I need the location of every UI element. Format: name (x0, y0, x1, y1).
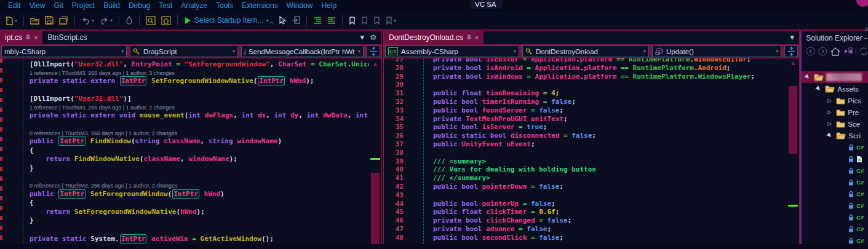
type-dropdown[interactable]: DragScript ▾ (130, 45, 238, 57)
attach-process-button[interactable] (290, 15, 301, 26)
split-window-button[interactable] (367, 45, 380, 57)
code-line[interactable]: 28private bool isAndroid = Application.p… (384, 64, 787, 73)
toggle-bookmark-button[interactable] (348, 15, 357, 26)
menu-debug[interactable]: Debug (124, 1, 154, 10)
code-line[interactable] (0, 226, 369, 235)
code-line[interactable]: 31public float timeRemaining = 4; (384, 89, 787, 98)
menu-extensions[interactable]: Extensions (237, 1, 282, 10)
project-dropdown[interactable]: mbly-CSharp ▾ (1, 45, 127, 57)
selection-tool-button[interactable] (277, 15, 287, 26)
code-line[interactable]: 38 (384, 149, 787, 157)
code-line[interactable]: return SetForegroundWindowNative(hWnd); (0, 208, 369, 217)
account-avatar[interactable] (856, 0, 868, 7)
expander-collapsed-icon[interactable]: ▷ (827, 98, 834, 103)
code-editor-right[interactable]: 27private bool isEditor = Application.pl… (384, 58, 799, 244)
code-line[interactable]: 47private bool advance = false; (384, 225, 787, 234)
codelens-info[interactable]: 1 reference | T0uchM3, 266 days ago | 1 … (0, 104, 369, 112)
pin-icon[interactable] (25, 34, 31, 41)
switch-views-icon[interactable] (843, 47, 853, 56)
tree-item-file[interactable]: C# (802, 165, 868, 176)
tree-item-file[interactable]: C# (802, 141, 868, 153)
close-icon[interactable]: × (34, 34, 38, 41)
code-line[interactable]: 32public bool timerIsRunning = false; (384, 98, 787, 106)
code-line[interactable]: private static System.IntPtr activeWin =… (0, 235, 369, 244)
code-line[interactable]: 43 (384, 191, 787, 200)
expander-collapsed-icon[interactable]: ▷ (827, 121, 834, 127)
codelens-info[interactable]: 0 references | T0uchM3, 266 days ago | 1… (0, 182, 369, 190)
tree-item-file[interactable]: C# (802, 223, 868, 235)
redo-button[interactable]: ▾ (98, 15, 114, 26)
menu-tools[interactable]: Tools (212, 1, 237, 10)
undo-button[interactable]: ▾ (80, 15, 95, 26)
code-line[interactable]: private static extern void mouse_event(i… (0, 111, 369, 121)
tree-item-folder-sce[interactable]: ▷Sce (802, 118, 868, 130)
code-line[interactable]: 39/// <summary> (384, 157, 787, 166)
menu-view[interactable]: View (25, 1, 50, 10)
tab-dontdestroyonload[interactable]: DontDestroyOnload.cs × (384, 31, 484, 44)
home-icon[interactable] (830, 47, 840, 56)
code-line[interactable]: 29private bool isWindows = Application.p… (384, 73, 787, 81)
code-line[interactable]: 41/// </summary> (384, 174, 787, 183)
code-line[interactable]: 42public bool pointerDown = false; (384, 183, 787, 191)
left-editor-scrollbar[interactable]: ▲ (369, 58, 381, 244)
tree-item-folder-pre[interactable]: ▷Pre (802, 106, 868, 118)
tree-item-file[interactable]: C# (802, 211, 868, 223)
code-line[interactable]: return FindWindowNative(className, windo… (0, 155, 369, 164)
expander-collapsed-icon[interactable]: ▷ (827, 109, 834, 115)
code-line[interactable]: 35public bool isServer = true; (384, 123, 787, 132)
codelens-info[interactable]: 1 reference | T0uchM3, 266 days ago | 1 … (0, 69, 369, 77)
scroll-up-arrow-icon[interactable]: ▲ (787, 60, 799, 66)
tab-list-dropdown-icon[interactable]: ▼ (790, 34, 794, 41)
menu-test[interactable]: Test (154, 1, 177, 10)
pin-icon[interactable] (466, 34, 472, 41)
right-editor-scrollbar[interactable]: ▲ (787, 58, 799, 244)
close-icon[interactable]: × (475, 34, 479, 41)
tree-item-file[interactable]: C# (802, 235, 868, 244)
code-line[interactable]: } (0, 164, 369, 173)
tab-list-dropdown-icon[interactable]: ▼ (360, 34, 364, 41)
scrollbar-thumb[interactable] (371, 173, 380, 244)
code-line[interactable]: { (0, 199, 369, 208)
member-dropdown[interactable]: SendMessageCallback(IntPtr hWr ▾ (241, 45, 364, 57)
code-line[interactable]: } (0, 216, 369, 226)
tree-item-folder-pics[interactable]: ▷Pics (802, 95, 868, 106)
indent-decrease-button[interactable] (312, 15, 323, 25)
tree-item-file[interactable]: C# (802, 200, 868, 211)
menu-project[interactable]: Project (68, 1, 99, 10)
code-line[interactable]: [DllImport("User32.dll", EntryPoint = "S… (0, 60, 369, 69)
code-line[interactable]: 37public UnityEvent uEvent; (384, 140, 787, 149)
tab-btnscript[interactable]: BtnScript.cs (42, 31, 92, 44)
tree-item-file[interactable]: C# (802, 188, 868, 200)
back-icon[interactable] (806, 47, 815, 56)
menu-git[interactable]: Git (49, 1, 67, 10)
prev-bookmark-button[interactable] (360, 15, 369, 26)
sync-icon[interactable] (859, 47, 868, 56)
tree-item-folder-assets[interactable]: ▶Assets (802, 83, 868, 95)
code-line[interactable]: 34private TextMeshProUGUI unitText; (384, 115, 787, 124)
tree-item-file[interactable]: C# (802, 176, 868, 188)
clear-bookmarks-button[interactable]: ▾ (384, 15, 397, 26)
code-line[interactable]: 33public bool foundServer = false; (384, 106, 787, 115)
menu-window[interactable]: Window (282, 1, 317, 10)
code-line[interactable]: 46private bool clickChanged = false; (384, 216, 787, 225)
tree-item-project-root[interactable]: ▶ (802, 71, 868, 83)
code-line[interactable]: 27private bool isEditor = Application.pl… (384, 58, 787, 64)
menu-help[interactable]: Help (317, 1, 341, 10)
open-file-button[interactable] (29, 15, 41, 26)
code-line[interactable] (0, 121, 369, 130)
next-bookmark-button[interactable] (372, 15, 381, 26)
solution-home-button[interactable] (160, 15, 172, 26)
new-file-button[interactable]: ▾ (4, 15, 18, 26)
code-line[interactable]: private static extern IntPtr SetForegrou… (0, 77, 369, 86)
code-line[interactable]: 44public bool pointerUp = false; (384, 200, 787, 208)
scroll-up-arrow-icon[interactable]: ▲ (369, 61, 381, 67)
tab-dragscript[interactable]: ipt.cs × (0, 31, 42, 44)
code-line[interactable]: public IntPtr SetForegroundWindow(IntPtr… (0, 190, 369, 199)
scrollbar-thumb[interactable] (789, 86, 797, 154)
codelens-info[interactable]: 0 references | T0uchM3, 266 days ago | 1… (0, 130, 369, 138)
code-editor-left[interactable]: [DllImport("User32.dll", EntryPoint = "S… (0, 58, 381, 244)
start-debug-button[interactable]: Select Startup Item... ▾ ‗ (183, 15, 274, 26)
tree-item-folder-scri[interactable]: ▶Scri (802, 130, 868, 141)
save-button[interactable] (44, 15, 55, 26)
code-line[interactable]: [DllImport("User32.dll")] (0, 95, 369, 104)
